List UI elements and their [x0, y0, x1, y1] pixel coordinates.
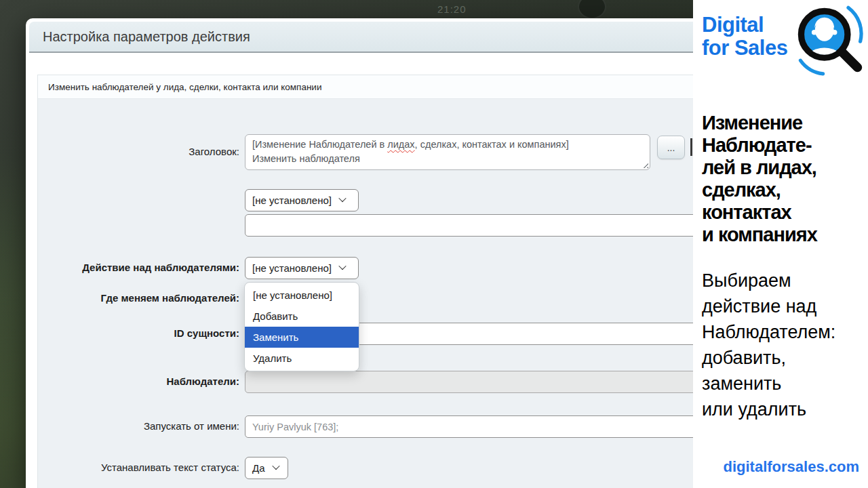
brand-line2: for Sales	[702, 37, 787, 60]
dropdown-option-replace[interactable]: Заменить	[245, 327, 359, 348]
action-label: Действие над наблюдателями:	[38, 261, 239, 274]
promo-heading-line: сделках,	[702, 179, 817, 201]
promo-body-line: Выбираем	[702, 268, 835, 293]
observers-input[interactable]	[245, 371, 719, 393]
promo-body-text: Выбираем действие над Наблюдателем: доба…	[702, 268, 835, 422]
chevron-down-icon	[338, 262, 346, 270]
promo-body-line: или удалить	[702, 396, 835, 422]
activity-subtitle-bar: Изменить наблюдателей у лида, сделки, ко…	[38, 75, 735, 99]
promo-heading-line: и компаниях	[702, 224, 817, 246]
entity-id-label: ID сущности:	[38, 327, 239, 340]
action-settings-dialog: Настройка параметров действия Изменить н…	[26, 18, 745, 488]
cut-off-element	[690, 138, 692, 156]
status-text-label: Устанавливать текст статуса:	[38, 461, 239, 474]
background-avatar-blob	[578, 0, 606, 19]
title-textarea[interactable]: [Изменение Наблюдателей в лидах, сделках…	[245, 134, 650, 170]
magnifier-face-logo-icon	[795, 1, 865, 76]
title-text-misspelled: лидах	[387, 139, 414, 150]
where-select[interactable]: [не установлено]	[245, 189, 359, 211]
where-extra-input[interactable]	[245, 214, 719, 237]
dropdown-option-delete[interactable]: Удалить	[245, 348, 359, 369]
title-text-post: , сделках, контактах и компаниях]	[415, 139, 569, 150]
promo-heading: Изменение Наблюдате- лей в лидах, сделка…	[702, 112, 817, 246]
observers-label: Наблюдатели:	[38, 375, 239, 388]
title-textarea-line1: [Изменение Наблюдателей в лидах, сделках…	[252, 138, 643, 152]
promo-sidebar: Digital for Sales Изменение Н	[693, 0, 868, 488]
promo-body-line: Наблюдателем:	[702, 319, 835, 345]
background-clock: 21:20	[437, 3, 467, 15]
desktop-backdrop: 21:20 Настройка параметров действия Изме…	[0, 0, 868, 488]
dialog-titlebar: Настройка параметров действия	[29, 22, 741, 53]
form-area: Заголовок: [Изменение Наблюдателей в лид…	[38, 99, 735, 488]
status-text-select-value: Да	[252, 462, 265, 474]
where-select-value: [не установлено]	[252, 195, 332, 206]
promo-body-line: заменить	[702, 371, 835, 396]
activity-subtitle: Изменить наблюдателей у лида, сделки, ко…	[48, 82, 321, 92]
brand-text: Digital for Sales	[702, 14, 787, 60]
run-as-label: Запускать от имени:	[38, 420, 239, 433]
dropdown-option-not-set[interactable]: [не установлено]	[245, 285, 359, 306]
title-more-button[interactable]: ...	[657, 136, 685, 159]
action-dropdown-menu: [не установлено] Добавить Заменить Удали…	[244, 282, 359, 371]
website-link: digitalforsales.com	[723, 458, 859, 476]
chevron-down-icon	[338, 195, 346, 202]
promo-body-line: добавить,	[702, 345, 835, 371]
promo-body-line: действие над	[702, 293, 835, 319]
dialog-title: Настройка параметров действия	[43, 29, 250, 45]
title-text-pre: [Изменение Наблюдателей в	[252, 139, 387, 150]
chevron-down-icon	[272, 462, 279, 470]
where-label: Где меняем наблюдателей:	[38, 291, 239, 305]
run-as-input[interactable]	[245, 415, 719, 438]
promo-heading-line: Изменение	[702, 112, 817, 134]
action-select[interactable]: [не установлено]	[245, 257, 359, 279]
action-select-value: [не установлено]	[252, 262, 332, 274]
promo-heading-line: лей в лидах,	[702, 157, 817, 179]
promo-heading-line: контактах	[702, 201, 817, 224]
activity-panel: Изменить наблюдателей у лида, сделки, ко…	[37, 75, 736, 488]
promo-heading-line: Наблюдате-	[702, 134, 817, 157]
title-textarea-line2: Изменить наблюдателя	[252, 152, 643, 166]
status-text-select[interactable]: Да	[245, 457, 288, 479]
dropdown-option-add[interactable]: Добавить	[245, 306, 359, 327]
title-field-label: Заголовок:	[38, 145, 239, 159]
brand-line1: Digital	[702, 14, 787, 37]
